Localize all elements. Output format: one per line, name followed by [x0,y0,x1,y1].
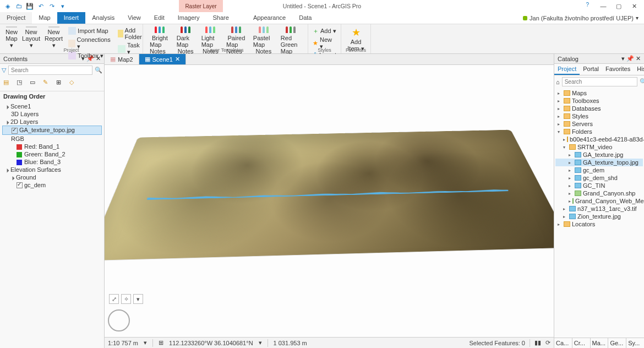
scale-value[interactable]: 1:10 757 m [108,340,138,346]
catalog-item[interactable]: ▸Databases [555,105,643,112]
tree-item[interactable]: Elevation Surfaces [2,166,102,173]
catalog-item[interactable]: ▸GA_texture_topo.jpg [555,159,643,166]
tab-appearance[interactable]: Appearance [247,12,292,24]
map-tools-icon[interactable]: ⊞ [159,339,163,346]
tree-item[interactable]: gc_dem [2,181,102,189]
home-icon[interactable]: ⌂ [556,79,560,85]
catalog-footer-tab[interactable]: Ca... [554,338,572,348]
contents-tree[interactable]: Scene13D Layers2D LayersGA_texture_topo.… [0,101,104,348]
save-icon[interactable]: 💾 [25,2,34,10]
catalog-tree[interactable]: ▸Maps▸Toolboxes▸Databases▸Styles▸Servers… [554,88,644,338]
catalog-item[interactable]: ▸Toolboxes [555,97,643,105]
catalog-item[interactable]: ▸Servers [555,120,643,128]
tab-analysis[interactable]: Analysis [85,12,121,24]
status-bar: 1:10 757 m▾ ⊞ 112.1233260°W 36.1040681°N… [105,337,554,348]
open-icon[interactable]: 🗀 [14,2,23,10]
tree-item[interactable]: Scene1 [2,102,102,110]
catalog-item[interactable]: ▾SRTM_video [555,143,643,151]
catalog-item[interactable]: ▸Locators [555,220,643,228]
tree-item[interactable]: 2D Layers [2,118,102,126]
catalog-item[interactable]: ▸GC_TIN [555,182,643,189]
tree-item[interactable]: GA_texture_topo.jpg [2,126,102,135]
tab-data[interactable]: Data [292,12,318,24]
tree-item[interactable]: Ground [2,173,102,181]
catalog-item[interactable]: ▸b00e41c3-eebd-4218-a83d-11daac45 [555,135,643,143]
list-by-editing-icon[interactable]: ✎ [43,79,53,89]
catalog-footer-tab[interactable]: Cr... [572,338,591,348]
tab-project[interactable]: Project [0,12,32,24]
help-icon[interactable]: ? [586,2,589,8]
catalog-tab-portal[interactable]: Portal [580,64,602,75]
catalog-header: Catalog ▾ 📌 ✕ [554,54,644,64]
full-extent-icon[interactable]: ✧ [121,294,131,304]
context-tab-label: Raster Layer [179,0,223,12]
user-signin[interactable]: Jan (Fakulta životního prostředí UJEP) ▾ [517,12,644,24]
map-tab-map2[interactable]: ▦Map2 [105,54,139,64]
catalog-item[interactable]: ▾Folders [555,128,643,135]
list-by-selection-icon[interactable]: ▭ [30,79,40,89]
tab-share[interactable]: Share [206,12,236,24]
catalog-footer-tab[interactable]: Ge... [608,338,626,348]
explore-tool-icon[interactable]: ⤢ [109,294,119,304]
list-by-drawing-icon[interactable]: ▤ [3,79,13,89]
nav-dropdown-icon[interactable]: ▾ [133,294,143,304]
import-map-button[interactable]: Import Map [67,26,112,35]
contents-search-input[interactable] [8,66,92,75]
catalog-footer-tab[interactable]: Ma... [591,338,609,348]
minimize-button[interactable]: — [596,0,611,12]
catalog-tab-project[interactable]: Project [554,64,580,75]
catalog-search-input[interactable] [562,77,637,86]
qat-dropdown-icon[interactable]: ▾ [58,2,67,10]
close-tab-icon[interactable]: ✕ [175,56,180,63]
undo-icon[interactable]: ↶ [36,2,45,10]
maximize-button[interactable]: ▢ [611,0,626,12]
refresh-icon[interactable]: ⟳ [545,339,550,346]
tree-item[interactable]: Blue: Band_3 [2,158,102,166]
list-by-snapping-icon[interactable]: ⊞ [56,79,66,89]
map-tab-scene1[interactable]: ▦Scene1✕ [139,54,186,64]
catalog-item[interactable]: ▸GA_texture.jpg [555,151,643,159]
tree-item[interactable]: RGB [2,135,102,143]
tab-imagery[interactable]: Imagery [171,12,206,24]
search-icon[interactable]: 🔍 [95,67,102,74]
close-button[interactable]: ✕ [626,0,642,12]
catalog-item[interactable]: ▸Styles [555,112,643,120]
new-report-button[interactable]: NewReport ▾ [42,25,65,48]
map-nav-controls: ⤢ ✧ ▾ [109,294,143,304]
new-map-button[interactable]: NewMap ▾ [3,25,20,48]
catalog-item[interactable]: ▸gc_dem_shd [555,174,643,182]
search-icon[interactable]: 🔍 [640,78,644,85]
catalog-item[interactable]: ▸n37_w113_1arc_v3.tif [555,205,643,213]
catalog-item[interactable]: ▸Zion_texture.jpg [555,213,643,220]
map-canvas[interactable]: ⤢ ✧ ▾ [105,65,554,337]
compass-icon[interactable] [108,309,130,331]
main-tabs: Project Map Insert Analysis View Edit Im… [0,12,644,24]
panel-controls[interactable]: ▾ 📌 ✕ [621,55,641,62]
catalog-tab-favorites[interactable]: Favorites [602,64,634,75]
catalog-tabs: Project Portal Favorites History ≡ [554,64,644,75]
new-layout-button[interactable]: NewLayout ▾ [20,25,42,48]
catalog-footer-tab[interactable]: Sy... [626,338,644,348]
catalog-item[interactable]: ▸Grand_Canyon.shp [555,189,643,197]
tab-map[interactable]: Map [32,12,57,24]
tab-view[interactable]: View [121,12,148,24]
catalog-item[interactable]: ▸Maps [555,89,643,97]
filter-icon[interactable]: ▽ [2,67,6,74]
tab-edit[interactable]: Edit [148,12,171,24]
catalog-item[interactable]: ▸gc_dem [555,166,643,174]
tree-item[interactable]: Green: Band_2 [2,150,102,158]
styles-add-button[interactable]: ＋Add ▾ [312,26,337,36]
pause-icon[interactable]: ▮▮ [534,339,541,346]
tree-item[interactable]: 3D Layers [2,110,102,118]
redo-icon[interactable]: ↷ [47,2,56,10]
catalog-item[interactable]: ▸Grand_Canyon_Web_Mercator.shp [555,197,643,205]
list-by-labeling-icon[interactable]: ◇ [69,79,79,89]
contents-section-label: Drawing Order [0,91,104,101]
list-by-source-icon[interactable]: ◳ [17,79,26,89]
app-icon[interactable]: ◈ [3,2,12,10]
tab-insert[interactable]: Insert [57,12,86,24]
tree-item[interactable]: Red: Band_1 [2,143,102,150]
catalog-tab-history[interactable]: History [634,64,644,75]
add-folder-button[interactable]: Add Folder [117,26,145,41]
river-feature [146,187,510,202]
